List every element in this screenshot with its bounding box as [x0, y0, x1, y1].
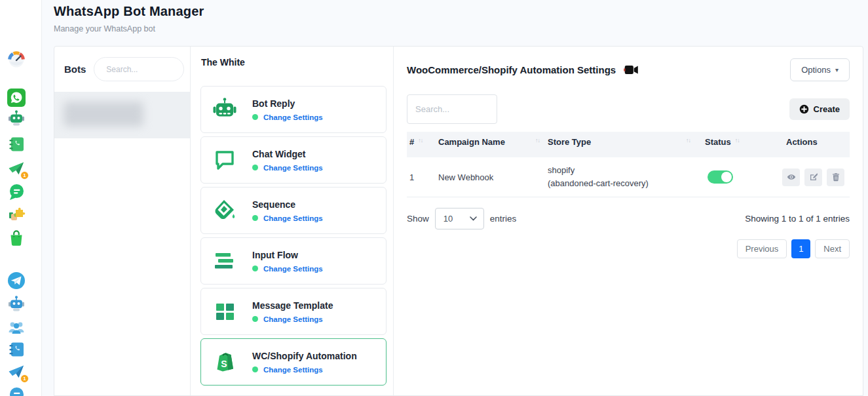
paint-bucket-icon — [210, 197, 239, 224]
feature-title: Bot Reply — [252, 98, 323, 109]
robot-icon — [210, 96, 239, 123]
chat-bubble-icon — [210, 147, 239, 173]
feature-card-message-template[interactable]: Message Template Change Settings — [200, 288, 387, 335]
sort-icon: ↑↓ — [535, 137, 540, 144]
bot-name-redacted — [64, 102, 143, 127]
sort-icon: ↑↓ — [418, 137, 423, 144]
notification-badge: 1 — [20, 171, 29, 180]
column-header-campaign-name[interactable]: Campaign Name↑↓ — [436, 137, 545, 152]
page-subtitle: Manage your WhatsApp bot — [54, 24, 204, 33]
bots-panel: Bots — [54, 47, 191, 395]
feature-title: Sequence — [252, 199, 323, 210]
section-title: WooCommerce/Shopify Automation Settings — [407, 64, 616, 75]
plus-circle-icon — [799, 104, 809, 114]
telegram-broadcast-icon[interactable]: 1 — [7, 362, 26, 382]
telegram-icon[interactable] — [7, 271, 26, 290]
status-dot — [252, 366, 258, 372]
feature-title: Chat Widget — [252, 149, 323, 159]
grid-icon — [210, 298, 239, 325]
telegram-chat-icon[interactable] — [7, 386, 26, 396]
edit-button[interactable] — [804, 168, 822, 186]
sort-icon: ↑↓ — [686, 137, 690, 144]
feature-card-bot-reply[interactable]: Bot Reply Change Settings — [200, 86, 387, 133]
whatsapp-chat-icon[interactable] — [7, 182, 26, 202]
trash-icon — [831, 172, 840, 182]
status-dot — [252, 316, 258, 322]
page-1-button[interactable]: 1 — [791, 239, 810, 258]
feature-card-wc-shopify-automation[interactable]: S WC/Shopify Automation Change Settings — [200, 338, 387, 386]
view-button[interactable] — [782, 168, 800, 186]
table-header-row: #↑↓ Campaign Name↑↓ Store Type↑↓ Status↑… — [407, 132, 850, 157]
column-header-num[interactable]: #↑↓ — [407, 137, 436, 152]
column-header-status[interactable]: Status↑↓ — [696, 137, 774, 152]
bot-name: The White — [201, 57, 387, 68]
create-button[interactable]: Create — [789, 98, 850, 120]
previous-page-button[interactable]: Previous — [737, 239, 787, 258]
options-button[interactable]: Options ▾ — [790, 58, 850, 81]
change-settings-link[interactable]: Change Settings — [263, 164, 323, 172]
change-settings-link[interactable]: Change Settings — [263, 113, 323, 121]
change-settings-link[interactable]: Change Settings — [263, 265, 323, 273]
feature-card-chat-widget[interactable]: Chat Widget Change Settings — [200, 136, 387, 184]
whatsapp-shop-icon[interactable] — [7, 228, 26, 248]
entries-summary: Showing 1 to 1 of 1 entries — [745, 214, 850, 224]
feature-card-sequence[interactable]: Sequence Change Settings — [200, 187, 387, 234]
show-label: Show — [407, 214, 429, 224]
app-icon-rail: 1 — [0, 0, 42, 396]
edit-icon — [809, 172, 818, 182]
page-size-select[interactable]: 10 — [435, 208, 484, 229]
change-settings-link[interactable]: Change Settings — [263, 366, 323, 374]
status-dot — [252, 114, 258, 120]
bots-label: Bots — [64, 64, 86, 75]
pagination: Previous 1 Next — [407, 239, 850, 258]
chevron-down-icon — [470, 216, 477, 221]
column-header-store-type[interactable]: Store Type↑↓ — [545, 137, 696, 152]
notification-badge: 1 — [20, 374, 29, 383]
caret-down-icon: ▾ — [835, 66, 839, 73]
status-dot — [252, 266, 258, 271]
change-settings-link[interactable]: Change Settings — [263, 315, 323, 323]
column-header-actions: Actions — [774, 137, 850, 152]
feature-title: WC/Shopify Automation — [252, 351, 357, 361]
whatsapp-bot-icon[interactable] — [7, 108, 26, 128]
store-type-line1: shopify — [548, 164, 690, 177]
entries-label: entries — [490, 214, 517, 224]
change-settings-link[interactable]: Change Settings — [263, 214, 323, 222]
status-dot — [252, 165, 258, 170]
whatsapp-phonebook-icon[interactable] — [7, 134, 26, 154]
eye-icon — [787, 172, 796, 182]
telegram-phonebook-icon[interactable] — [7, 340, 26, 359]
bot-feature-menu: The White Bot Reply Change Se — [191, 47, 394, 395]
shopify-icon: S — [210, 349, 239, 375]
status-toggle[interactable] — [708, 170, 733, 184]
bars-icon — [210, 248, 239, 274]
delete-button[interactable] — [827, 168, 844, 186]
next-page-button[interactable]: Next — [815, 239, 850, 258]
video-camera-icon[interactable] — [624, 65, 639, 75]
telegram-group-icon[interactable] — [7, 317, 26, 337]
bot-list-item[interactable] — [54, 92, 190, 138]
bots-search-input[interactable] — [94, 57, 184, 81]
feature-title: Message Template — [252, 300, 333, 311]
store-type-line2: (abandoned-cart-recovery) — [548, 177, 690, 190]
campaign-name: New Webhook — [436, 166, 545, 189]
feature-card-input-flow[interactable]: Input Flow Change Settings — [200, 237, 387, 285]
whatsapp-icon[interactable] — [7, 88, 26, 108]
page-title: WhatsApp Bot Manager — [54, 4, 204, 19]
automation-settings-panel: WooCommerce/Shopify Automation Settings … — [394, 47, 863, 395]
feature-title: Input Flow — [252, 250, 323, 260]
sort-icon: ↑↓ — [735, 137, 740, 144]
whatsapp-broadcast-icon[interactable]: 1 — [7, 159, 26, 178]
row-number: 1 — [407, 166, 436, 189]
main-panel: Bots The White B — [54, 46, 863, 396]
whatsapp-integration-icon[interactable] — [7, 205, 26, 224]
status-dot — [252, 215, 258, 221]
svg-text:S: S — [221, 359, 227, 369]
table-row: 1 New Webhook shopify (abandoned-cart-re… — [407, 157, 850, 197]
table-search-input[interactable] — [407, 94, 497, 124]
dashboard-gauge-icon[interactable] — [7, 50, 26, 69]
telegram-bot-icon[interactable] — [7, 294, 26, 313]
